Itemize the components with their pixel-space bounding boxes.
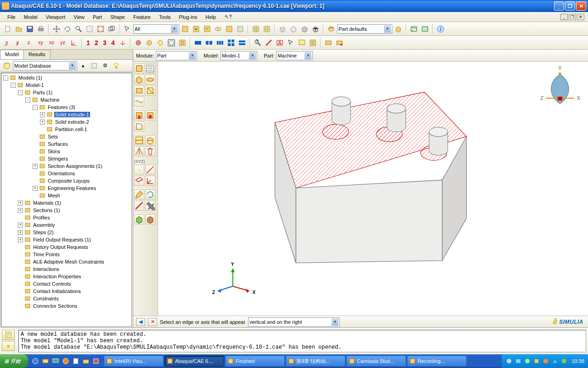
- taskbar-task[interactable]: Abaqus/CAE 6....: [164, 356, 224, 367]
- partition-face-icon[interactable]: [134, 135, 144, 145]
- tree-item[interactable]: Composite Layups: [1, 177, 131, 184]
- either-icon[interactable]: [224, 24, 234, 34]
- tab-model[interactable]: Model: [0, 50, 24, 59]
- tree-item[interactable]: +Assembly: [1, 221, 131, 229]
- tray-icon[interactable]: [533, 357, 540, 365]
- partition-cell-icon[interactable]: [145, 135, 155, 145]
- part-combo[interactable]: Machine▼: [276, 51, 313, 60]
- prompt-cancel-icon[interactable]: ✕: [148, 318, 157, 326]
- tree-item[interactable]: +Sections (1): [1, 207, 131, 214]
- mdi-minimize-button[interactable]: _: [560, 14, 568, 20]
- quicklaunch-media-icon[interactable]: [61, 356, 70, 366]
- tree-options-icon[interactable]: ⚙: [100, 61, 110, 71]
- datum-plane-icon[interactable]: [134, 176, 144, 186]
- tree-item[interactable]: -Model-1: [1, 81, 131, 89]
- tree-item[interactable]: -Models (1): [1, 74, 131, 81]
- module-combo[interactable]: Part▼: [156, 51, 197, 60]
- part-manager-icon[interactable]: [145, 63, 155, 74]
- create-part-icon[interactable]: [134, 63, 144, 74]
- perspective-icon[interactable]: [409, 24, 419, 34]
- triad-icon[interactable]: [118, 38, 128, 48]
- cut-revolve-icon[interactable]: [145, 110, 155, 121]
- datum-xz-icon[interactable]: xz: [47, 38, 57, 48]
- render-style-combo[interactable]: Part defaults▼: [337, 24, 392, 34]
- annotation-icon[interactable]: [297, 38, 307, 48]
- tree-item[interactable]: Connector Sections: [1, 302, 131, 310]
- tree-item[interactable]: Stringers: [1, 155, 131, 162]
- quicklaunch-desktop-icon[interactable]: [51, 356, 60, 366]
- view-4-button[interactable]: 4: [109, 39, 117, 46]
- tree-item[interactable]: ALE Adaptive Mesh Constraints: [1, 258, 131, 265]
- quicklaunch-folder-icon[interactable]: [81, 356, 90, 366]
- line-tool-icon[interactable]: [264, 38, 274, 48]
- message-toggle-icon[interactable]: [2, 330, 15, 340]
- geom-check-icon[interactable]: [145, 214, 155, 224]
- tree-item[interactable]: +Section Assignments (1): [1, 162, 131, 170]
- fit-icon[interactable]: [96, 24, 106, 34]
- datum-yz-icon[interactable]: yz: [58, 38, 68, 48]
- tree-item[interactable]: Profiles: [1, 214, 131, 221]
- print-icon[interactable]: [36, 24, 46, 34]
- shell-extrude-icon[interactable]: [134, 86, 144, 96]
- taskbar-task[interactable]: Intel(R) Visu...: [104, 356, 164, 367]
- sel-inside-icon[interactable]: [144, 38, 154, 48]
- taskbar-task[interactable]: Finished: [225, 356, 285, 367]
- tree-item[interactable]: -Machine: [1, 96, 131, 104]
- tray-icon[interactable]: [542, 357, 549, 365]
- solid-revolve-icon[interactable]: [145, 75, 155, 85]
- tree-item[interactable]: Contact Initializations: [1, 288, 131, 295]
- view-3-button[interactable]: 3: [101, 39, 108, 46]
- tree-item[interactable]: +Steps (2): [1, 229, 131, 236]
- datum-y-icon[interactable]: y: [14, 38, 24, 48]
- tree-item[interactable]: Sets: [1, 133, 131, 140]
- datum-xy-icon[interactable]: xy: [36, 38, 46, 48]
- menu-feature[interactable]: Feature: [130, 13, 154, 21]
- tree-item[interactable]: Surfaces: [1, 140, 131, 148]
- maximize-button[interactable]: ❐: [565, 1, 575, 11]
- tree-item[interactable]: +Materials (1): [1, 199, 131, 207]
- geom-repair-icon[interactable]: [134, 214, 144, 224]
- open-icon[interactable]: [14, 24, 24, 34]
- system-tray[interactable]: 10:38: [502, 354, 588, 368]
- sel-outside-icon[interactable]: [166, 38, 176, 48]
- query-icon[interactable]: ?: [253, 38, 263, 48]
- display-group-combo[interactable]: All▼: [133, 24, 179, 34]
- prompt-combo[interactable]: vertical and on the right▼: [248, 317, 340, 327]
- tree-item[interactable]: -Parts (1): [1, 89, 131, 96]
- menu-help[interactable]: Help: [202, 13, 220, 21]
- tree-item[interactable]: Contact Controls: [1, 280, 131, 288]
- tray-icon[interactable]: [551, 357, 559, 365]
- view-2-button[interactable]: 2: [93, 39, 100, 46]
- datum-x-icon[interactable]: x: [3, 38, 13, 48]
- layout3-icon[interactable]: [215, 38, 225, 48]
- quicklaunch-app-icon[interactable]: [91, 356, 101, 366]
- wireframe-icon[interactable]: [277, 24, 288, 34]
- menu-part[interactable]: Part: [89, 13, 106, 21]
- model-tree[interactable]: -Models (1)-Model-1-Parts (1)-Machine-Fe…: [1, 73, 132, 327]
- solid-extrude-icon[interactable]: [134, 75, 144, 85]
- menu-model[interactable]: Model: [20, 13, 41, 21]
- tools-icon[interactable]: [145, 201, 155, 211]
- database-combo[interactable]: Model Database▼: [13, 61, 77, 70]
- tree-item[interactable]: Time Points: [1, 251, 131, 258]
- tree-item[interactable]: +Engineering Features: [1, 184, 131, 192]
- message-expand-icon[interactable]: »: [2, 341, 15, 351]
- tree-item[interactable]: History Output Requests: [1, 243, 131, 251]
- taskbar-task[interactable]: 第9章 结构动...: [286, 356, 345, 367]
- annotation-list-icon[interactable]: [308, 38, 318, 48]
- view-1-button[interactable]: 1: [85, 39, 92, 46]
- color-box-icon[interactable]: [393, 24, 403, 34]
- views2-icon[interactable]: [334, 38, 345, 48]
- tray-icon[interactable]: [505, 357, 513, 365]
- pan-icon[interactable]: [51, 24, 62, 34]
- datum-point-icon[interactable]: ·: [134, 165, 144, 175]
- menu-tools[interactable]: Tools: [155, 13, 175, 21]
- quicklaunch-mail-icon[interactable]: [41, 356, 50, 366]
- shaded-icon[interactable]: [300, 24, 310, 34]
- start-button[interactable]: ⊞开始: [0, 354, 28, 368]
- mesh-list-icon[interactable]: [251, 24, 261, 34]
- shaded-edges-icon[interactable]: [311, 24, 321, 34]
- sel-list-icon[interactable]: [177, 38, 187, 48]
- mdi-close-button[interactable]: ✕: [577, 14, 584, 20]
- add-icon[interactable]: +: [191, 24, 201, 34]
